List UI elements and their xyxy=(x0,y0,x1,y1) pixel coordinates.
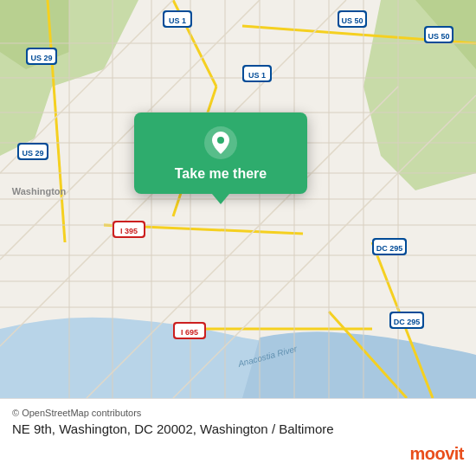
popup-label: Take me there xyxy=(175,166,267,182)
svg-text:I 695: I 695 xyxy=(181,328,198,337)
svg-text:US 50: US 50 xyxy=(428,32,449,41)
map-attribution: © OpenStreetMap contributors xyxy=(12,408,464,418)
svg-text:US 1: US 1 xyxy=(248,71,266,80)
map-container[interactable]: US 29 US 29 US 1 US 1 US 50 US 50 I 395 … xyxy=(0,0,476,398)
svg-text:US 29: US 29 xyxy=(30,54,52,62)
moovit-logo: moovit xyxy=(409,444,464,464)
svg-text:I 395: I 395 xyxy=(120,227,138,235)
svg-text:DC 295: DC 295 xyxy=(394,318,421,326)
svg-text:DC 295: DC 295 xyxy=(376,244,403,253)
address-line: NE 9th, Washington, DC 20002, Washington… xyxy=(12,421,464,436)
svg-point-72 xyxy=(217,137,224,144)
svg-text:US 29: US 29 xyxy=(22,149,43,158)
location-pin-icon xyxy=(204,126,237,159)
svg-text:US 50: US 50 xyxy=(341,16,363,25)
take-me-there-popup[interactable]: Take me there xyxy=(134,113,307,194)
svg-text:Washington: Washington xyxy=(12,186,67,196)
svg-text:US 1: US 1 xyxy=(169,16,186,25)
moovit-brand-text: moovit xyxy=(409,444,464,464)
footer: © OpenStreetMap contributors NE 9th, Was… xyxy=(0,398,476,476)
